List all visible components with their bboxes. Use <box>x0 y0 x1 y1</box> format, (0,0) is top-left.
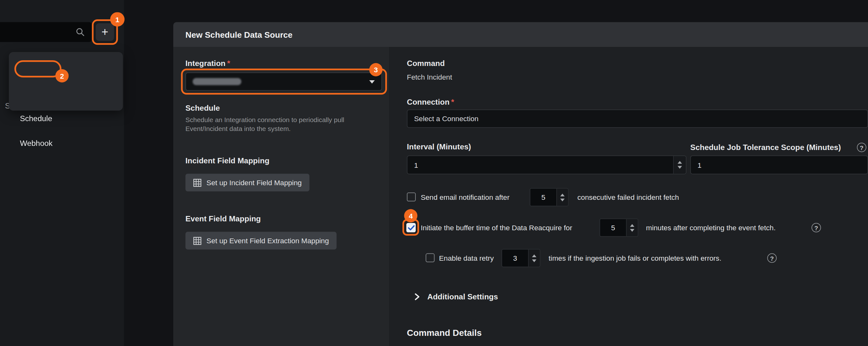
buffer-suffix: minutes after completing the event fetch… <box>646 223 776 232</box>
buffer-label: Initiate the buffer time of the Data Rea… <box>421 223 572 232</box>
email-threshold-input[interactable] <box>530 189 556 206</box>
highlight-ring-integration <box>181 69 387 95</box>
retry-times-input[interactable] <box>502 250 528 267</box>
connection-select[interactable]: Select a Connection <box>407 109 868 128</box>
setup-incident-field-mapping-button[interactable]: Set up Incident Field Mapping <box>185 174 309 192</box>
stepper-up-icon[interactable] <box>678 161 682 164</box>
stepper-up-icon[interactable] <box>560 194 565 196</box>
step-badge-3: 3 <box>369 63 382 76</box>
interval-label: Interval (Minutes) <box>407 142 471 151</box>
stepper-down-icon[interactable] <box>560 198 565 201</box>
schedule-heading: Schedule <box>185 103 220 112</box>
menu-item-webhook[interactable]: Webhook <box>20 139 53 148</box>
additional-settings-label[interactable]: Additional Settings <box>428 292 498 301</box>
email-threshold-field <box>530 188 568 206</box>
email-notification-suffix: consecutive failed incident fetch <box>577 193 679 201</box>
tolerance-field <box>690 155 868 174</box>
stepper-down-icon[interactable] <box>532 259 536 262</box>
chevron-right-icon <box>414 293 420 300</box>
screen: + 1 Schedule Webhook .menu-panel .menu-i… <box>0 0 868 346</box>
table-icon <box>193 178 202 187</box>
setup-incident-field-mapping-label: Set up Incident Field Mapping <box>207 178 302 187</box>
table-icon <box>193 237 202 245</box>
email-notification-label: Send email notification after <box>421 193 510 201</box>
integration-label-text: Integration <box>185 59 225 68</box>
data-retry-checkbox[interactable] <box>426 253 434 262</box>
step-badge-4: 4 <box>404 209 417 222</box>
data-retry-suffix: times if the ingestion job fails or comp… <box>549 254 721 262</box>
buffer-help-icon[interactable]: ? <box>811 223 821 233</box>
tolerance-label: Schedule Job Tolerance Scope (Minutes) <box>690 143 841 151</box>
schedule-description: Schedule an Integration connection to pe… <box>185 116 370 134</box>
connection-label-text: Connection <box>407 97 450 106</box>
stepper-down-icon[interactable] <box>630 229 634 232</box>
dialog-header: New Schedule Data Source <box>173 22 868 47</box>
email-threshold-stepper[interactable] <box>556 189 568 206</box>
search-input[interactable] <box>0 22 92 42</box>
interval-stepper[interactable] <box>673 156 686 174</box>
dialog-title: New Schedule Data Source <box>185 30 292 39</box>
stepper-up-icon[interactable] <box>532 254 536 257</box>
highlight-ring-schedule <box>14 60 61 77</box>
integration-label: Integration* <box>185 59 230 68</box>
buffer-minutes-field <box>599 218 638 237</box>
command-details-heading: Command Details <box>407 328 482 338</box>
incident-field-mapping-heading: Incident Field Mapping <box>185 156 270 165</box>
additional-settings-expander[interactable] <box>413 292 421 301</box>
required-asterisk: * <box>451 97 455 106</box>
connection-label: Connection* <box>407 97 454 106</box>
stepper-up-icon[interactable] <box>630 224 634 227</box>
search-icon <box>76 28 85 36</box>
email-notification-checkbox[interactable] <box>407 193 416 201</box>
tolerance-help-icon[interactable]: ? <box>857 143 866 152</box>
tolerance-input[interactable] <box>691 156 867 174</box>
command-label: Command <box>407 59 445 68</box>
interval-field <box>407 155 686 174</box>
interval-input[interactable] <box>407 156 673 174</box>
menu-item-schedule[interactable]: Schedule <box>20 114 52 123</box>
retry-times-field <box>501 249 540 267</box>
connection-placeholder: Select a Connection <box>414 114 478 123</box>
command-value: Fetch Incident <box>407 73 452 81</box>
retry-help-icon[interactable]: ? <box>767 253 777 263</box>
setup-event-field-extraction-mapping-button[interactable]: Set up Event Field Extraction Mapping <box>185 232 336 250</box>
step-badge-1: 1 <box>110 12 124 26</box>
event-field-mapping-heading: Event Field Mapping <box>185 214 260 223</box>
data-retry-label: Enable data retry <box>439 254 494 262</box>
required-asterisk: * <box>227 59 230 68</box>
retry-times-stepper[interactable] <box>528 250 540 267</box>
step-badge-2: 2 <box>55 69 68 82</box>
buffer-minutes-stepper[interactable] <box>626 219 638 236</box>
stepper-down-icon[interactable] <box>678 166 682 169</box>
setup-event-field-extraction-mapping-label: Set up Event Field Extraction Mapping <box>207 237 329 245</box>
buffer-minutes-input[interactable] <box>600 219 626 236</box>
